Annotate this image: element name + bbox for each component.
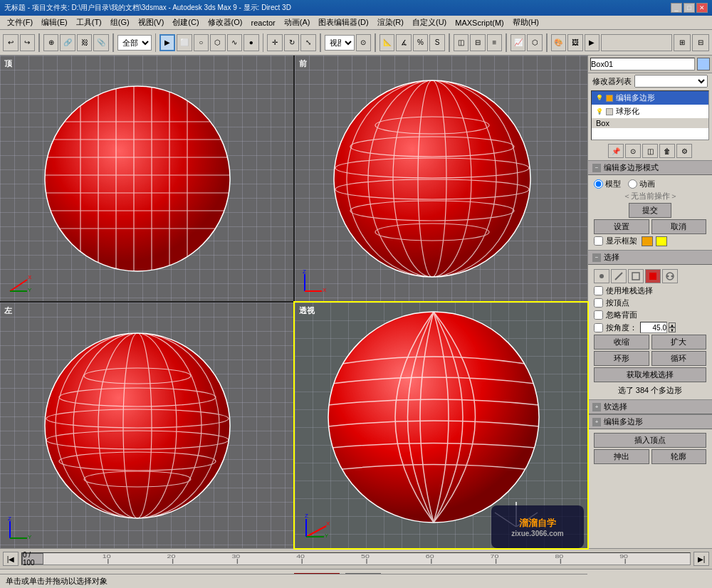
maximize-button[interactable]: □ <box>684 3 695 13</box>
snap-3d[interactable]: 📐 <box>379 34 395 51</box>
angle-down[interactable]: ▼ <box>669 327 676 332</box>
redo-button[interactable]: ↪ <box>20 34 36 51</box>
coord-system-dropdown[interactable]: 视图 <box>325 35 355 51</box>
by-vertex-checkbox[interactable] <box>594 298 603 308</box>
object-name-input[interactable]: Box01 <box>590 58 695 70</box>
get-stack-sel-btn[interactable]: 获取堆栈选择 <box>594 367 706 382</box>
editpoly-mode-header[interactable]: − 编辑多边形模式 <box>588 160 712 175</box>
spinner-snap[interactable]: S <box>429 34 445 51</box>
menu-graph[interactable]: 图表编辑器(D) <box>314 16 372 30</box>
grow-btn[interactable]: 扩大 <box>651 335 707 350</box>
object-color-swatch[interactable] <box>697 58 710 70</box>
pivot-button[interactable]: ⊙ <box>356 34 372 51</box>
viewport-left[interactable]: 左 <box>0 303 293 548</box>
menu-reactor[interactable]: reactor <box>247 16 280 30</box>
menu-create[interactable]: 创建(C) <box>168 16 203 30</box>
extrude-btn[interactable]: 抻出 <box>594 449 649 464</box>
remove-modifier-btn[interactable]: 🗑 <box>659 144 675 158</box>
move-button[interactable]: ✛ <box>267 34 283 51</box>
cage-color-swatch1[interactable] <box>642 236 653 246</box>
model-radio-input[interactable] <box>594 179 603 189</box>
show-cage-checkbox[interactable] <box>594 236 603 246</box>
sel-poly-icon[interactable] <box>645 269 661 283</box>
menu-help[interactable]: 帮助(H) <box>508 16 543 30</box>
viewport-top[interactable]: 顶 <box>0 56 293 301</box>
mirror-btn[interactable]: ◫ <box>454 34 469 51</box>
modifier-visibility-icon[interactable]: 💡 <box>596 95 603 102</box>
menu-group[interactable]: 组(G) <box>106 16 134 30</box>
make-unique-btn[interactable]: ◫ <box>642 144 658 158</box>
select-header[interactable]: − 选择 <box>588 250 712 265</box>
schematic-view[interactable]: ⬡ <box>527 34 543 51</box>
sel-border-icon[interactable] <box>628 269 644 283</box>
percent-snap[interactable]: % <box>413 34 429 51</box>
insert-vertex-btn[interactable]: 插入顶点 <box>594 433 706 448</box>
ring-btn[interactable]: 环形 <box>594 351 649 366</box>
align-btn[interactable]: ⊟ <box>470 34 486 51</box>
layer-btn[interactable]: ≡ <box>487 34 503 51</box>
go-end-btn[interactable]: ▶| <box>693 552 709 566</box>
quick-render[interactable]: ▶ <box>585 34 600 51</box>
commit-btn[interactable]: 提交 <box>629 203 671 218</box>
show-end-result-btn[interactable]: ⊙ <box>625 144 641 158</box>
material-editor[interactable]: 🎨 <box>551 34 567 51</box>
menu-anim[interactable]: 动画(A) <box>280 16 315 30</box>
collapse-select-btn[interactable]: − <box>592 253 601 262</box>
soft-select-header[interactable]: + 软选择 <box>588 399 712 414</box>
cancel-btn[interactable]: 取消 <box>651 219 707 234</box>
sel-element-icon[interactable] <box>662 269 678 283</box>
select-button[interactable]: ▶ <box>159 34 175 51</box>
select-region-fence[interactable]: ⬡ <box>210 34 226 51</box>
use-stack-checkbox[interactable] <box>594 286 603 295</box>
collapse-editpoly-btn[interactable]: − <box>592 164 601 172</box>
extra-btn1[interactable]: ⊞ <box>674 34 691 51</box>
collapse-editpolycmd-btn[interactable]: + <box>592 418 601 426</box>
time-slider-thumb[interactable]: 0 / 100 <box>22 553 43 565</box>
anim-radio-input[interactable] <box>628 179 637 189</box>
extra-btn2[interactable]: ⊟ <box>692 34 709 51</box>
modifier-spherify[interactable]: 💡 球形化 <box>592 105 708 118</box>
collapse-softsel-btn[interactable]: + <box>592 403 601 411</box>
shrink-btn[interactable]: 收缩 <box>594 335 649 350</box>
modifier-dropdown[interactable] <box>634 75 708 88</box>
go-start-btn[interactable]: |◀ <box>3 552 19 566</box>
angle-snap[interactable]: ∡ <box>396 34 412 51</box>
unlink-tool[interactable]: ⛓ <box>77 34 93 51</box>
menu-edit[interactable]: 编辑(E) <box>37 16 72 30</box>
angle-input[interactable] <box>640 322 667 333</box>
select-region-rect[interactable]: ⬜ <box>177 34 192 51</box>
sel-vertex-icon[interactable] <box>594 269 609 283</box>
configure-modifiers-btn[interactable]: ⚙ <box>676 144 692 158</box>
select-region-lasso[interactable]: ∿ <box>227 34 243 51</box>
loop-btn[interactable]: 循环 <box>651 351 707 366</box>
angle-up[interactable]: ▲ <box>669 322 676 327</box>
pin-stack-btn[interactable]: 📌 <box>608 144 624 158</box>
menu-view[interactable]: 视图(V) <box>134 16 169 30</box>
render-setup[interactable]: 🖼 <box>567 34 583 51</box>
scale-button[interactable]: ⤡ <box>300 34 316 51</box>
edit-poly-cmd-header[interactable]: + 编辑多边形 <box>588 414 712 429</box>
close-button[interactable]: ✕ <box>696 3 708 13</box>
menu-file[interactable]: 文件(F) <box>3 16 37 30</box>
modifier-vis2[interactable]: 💡 <box>596 108 603 115</box>
by-angle-checkbox[interactable] <box>594 323 603 332</box>
time-slider[interactable]: 0 / 100 10 20 30 40 50 60 <box>21 552 691 565</box>
menu-tools[interactable]: 工具(T) <box>72 16 106 30</box>
model-radio[interactable]: 模型 <box>594 179 621 189</box>
outline-btn[interactable]: 轮廓 <box>651 449 707 464</box>
rotate-button[interactable]: ↻ <box>284 34 300 51</box>
curve-editor[interactable]: 📈 <box>511 34 526 51</box>
menu-maxscript[interactable]: MAXScript(M) <box>451 16 508 30</box>
sel-edge-icon[interactable] <box>611 269 627 283</box>
select-tool[interactable]: ⊕ <box>43 34 59 51</box>
settings-btn[interactable]: 设置 <box>594 219 649 234</box>
minimize-button[interactable]: _ <box>671 3 682 13</box>
bind-tool[interactable]: 📎 <box>93 34 109 51</box>
select-filter-dropdown[interactable]: 全部 <box>117 35 152 51</box>
modifier-edit-poly[interactable]: 💡 编辑多边形 <box>592 91 708 105</box>
link-tool[interactable]: 🔗 <box>60 34 75 51</box>
menu-custom[interactable]: 自定义(U) <box>408 16 451 30</box>
select-region-circle[interactable]: ○ <box>194 34 209 51</box>
cage-color-swatch2[interactable] <box>656 236 667 246</box>
named-sel-sets[interactable] <box>601 34 672 51</box>
